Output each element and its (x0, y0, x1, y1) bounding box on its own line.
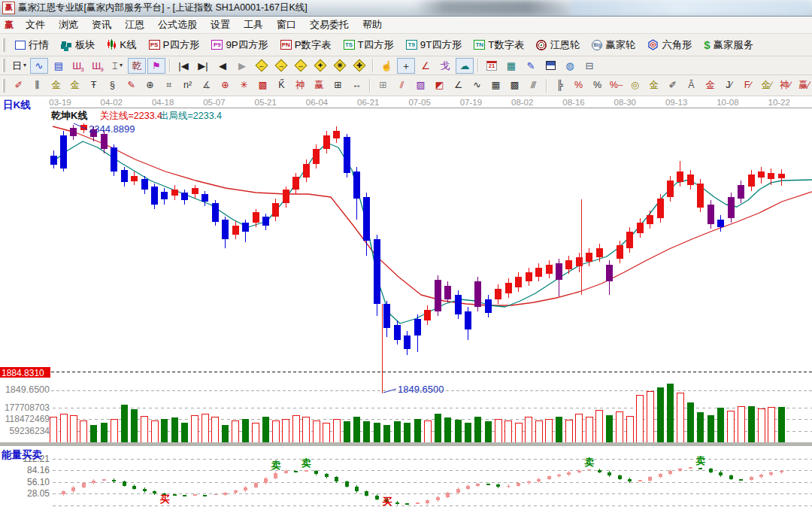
three-bar-cycle-button[interactable]: Ш3 (69, 58, 87, 74)
grid-tool-button[interactable]: ▦ (487, 77, 504, 94)
gold-gauge-button[interactable]: 金 (47, 77, 65, 94)
chart-canvas[interactable]: 03-1904-0204-1805-0705-2106-0406-2107-05… (0, 96, 812, 510)
zoom-all-button[interactable]: ✚ (350, 58, 368, 74)
info-panel-button[interactable]: ▤ (50, 58, 68, 74)
dense-grid-button[interactable]: ▩ (506, 77, 523, 94)
gann-box-button[interactable]: ▩ (254, 77, 271, 94)
shen-tool-button[interactable]: 神 (292, 77, 309, 94)
star-grid-button[interactable]: ✳ (235, 77, 253, 94)
menu-item-file[interactable]: 文件 (19, 17, 52, 33)
crosshair-tool-button[interactable]: ＋ (397, 58, 415, 74)
gold-circle-button[interactable]: ◎ (626, 77, 644, 94)
zoom-horizontal-button[interactable]: ↔ (292, 58, 310, 74)
percent-strike-button[interactable]: % (570, 77, 587, 94)
f-gauge-button[interactable]: Ŧ (85, 77, 102, 94)
toolbar-grip[interactable] (2, 38, 5, 52)
diagonal-box-button[interactable]: ▨ (412, 77, 429, 94)
step-forward-button[interactable]: ▶ (233, 58, 251, 74)
menu-item-trade-order[interactable]: 交易委托 (303, 17, 356, 33)
period-day-selector-button[interactable]: 日▾ (10, 58, 29, 74)
winner-wheel-button[interactable]: Big赢家轮 (586, 36, 641, 54)
ruler-123-button[interactable]: ⊞ (329, 77, 347, 94)
menu-item-formula-stock-picking[interactable]: 公式选股 (151, 17, 204, 33)
menu-item-browse[interactable]: 浏览 (52, 17, 85, 33)
scale-tool-button[interactable]: ╠ (551, 77, 568, 94)
pencil-ruler-button[interactable]: ✎ (123, 77, 140, 94)
seal-tool-button[interactable]: 戈 (436, 58, 454, 74)
pan-hand-tool-button[interactable]: ☝ (377, 58, 395, 74)
winner-service-button[interactable]: $赢家服务 (698, 36, 759, 54)
step-back-button[interactable]: ◀ (214, 58, 232, 74)
kline-button[interactable]: K线 (102, 36, 141, 54)
menu-item-tools[interactable]: 工具 (237, 17, 270, 33)
market-quotes-button[interactable]: 行情 (10, 36, 54, 54)
9t-square-button[interactable]: T99T四方形 (401, 36, 468, 54)
expand-view-button[interactable]: ✳ (331, 58, 349, 74)
gann-wheel-button[interactable]: 江恩轮 (531, 36, 585, 54)
ying-tool-button[interactable]: 赢 (311, 77, 328, 94)
toolbar-grip-3[interactable] (2, 79, 5, 93)
print-button[interactable]: ⊟ (580, 58, 598, 74)
percent-line-button[interactable]: %⎯ (607, 77, 625, 94)
fan-lines-button[interactable]: ⫽ (393, 77, 411, 94)
hatch-tool-button[interactable]: ⫻ (525, 77, 542, 94)
trend-angle-button[interactable]: ∠ (450, 77, 467, 94)
calendar-button[interactable]: 21 (483, 58, 501, 74)
shen-angle-button[interactable]: 神∕ (777, 77, 794, 94)
main-chart-style-button[interactable]: ∿ (30, 58, 48, 74)
wave-tool-button[interactable]: ∿ (468, 77, 486, 94)
panel-splitter[interactable] (0, 442, 812, 446)
gann-circle-button[interactable]: ⊕ (141, 77, 159, 94)
gold-line-button[interactable]: 金 (645, 77, 662, 94)
web-link-button[interactable]: ◍ (561, 58, 579, 74)
gann-ruler-button[interactable]: ⫼ (29, 77, 46, 94)
k-notation-button[interactable]: K̋ (273, 77, 290, 94)
ying-angle-button[interactable]: 赢∕ (795, 77, 812, 94)
tick-ruler-button[interactable]: ⌗ (160, 77, 177, 94)
qiankun-kline-toggle-button[interactable]: 乾 (128, 58, 146, 74)
signal-flag-toggle-button[interactable]: ⚑ (147, 58, 165, 74)
f-angle-button[interactable]: F∕ (739, 77, 756, 94)
cloud-analysis-tool-button[interactable]: ☁ (456, 58, 474, 74)
candle-type-selector-button[interactable]: ⌶▾ (108, 58, 126, 74)
spiral-tool-button[interactable]: § (104, 77, 121, 94)
menu-item-settings[interactable]: 设置 (204, 17, 237, 33)
gold-angle-button[interactable]: 金∕ (758, 77, 775, 94)
pan-right-button[interactable]: → (272, 58, 290, 74)
p-square-button[interactable]: PSP四方形 (144, 36, 205, 54)
n-square-button[interactable]: n² (179, 77, 196, 94)
9p-square-button[interactable]: P99P四方形 (206, 36, 273, 54)
menu-item-news[interactable]: 资讯 (85, 17, 118, 33)
pan-left-button[interactable]: ← (253, 58, 271, 74)
t-number-table-button[interactable]: TNT数字表 (468, 36, 529, 54)
date-tick: 07-05 (408, 98, 430, 107)
menu-item-window[interactable]: 窗口 (270, 17, 303, 33)
menu-item-help[interactable]: 帮助 (356, 17, 389, 33)
t-square-button[interactable]: TST四方形 (338, 36, 399, 54)
menu-item-gann[interactable]: 江恩 (118, 17, 151, 33)
goto-last-button[interactable]: ▶| (194, 58, 212, 74)
angle-measure-tool-button[interactable]: ∠ (417, 58, 435, 74)
circle-cross-button[interactable]: ⊕ (217, 77, 234, 94)
save-button[interactable] (541, 58, 559, 74)
hexagon-button[interactable]: 六角形 (642, 36, 697, 54)
sectors-button[interactable]: 板块 (56, 36, 101, 54)
a-wave-button[interactable]: Ã (683, 77, 700, 94)
gold-gauge-2-button[interactable]: 金 (66, 77, 83, 94)
frame-tool-button[interactable]: ⊞ (374, 77, 392, 94)
pen-tool-button[interactable]: ✐ (10, 77, 27, 94)
goto-first-button[interactable]: |◀ (174, 58, 192, 74)
ray-box-button[interactable]: ◩ (431, 77, 448, 94)
nine-bar-cycle-button[interactable]: Ш9 (89, 58, 107, 74)
memo-button[interactable]: ✎ (522, 58, 540, 74)
angle-fan-button[interactable]: ∡ (198, 77, 215, 94)
compress-view-button[interactable]: ✦ (311, 58, 329, 74)
toolbar-grip-2[interactable] (2, 59, 5, 72)
ink-pen-button[interactable]: ✐ (664, 77, 681, 94)
gold-red-button[interactable]: 金 (701, 77, 719, 94)
j-angle-button[interactable]: J∕ (720, 77, 738, 94)
calculator-button[interactable]: ▦ (502, 58, 520, 74)
percent-tool-button[interactable]: % (589, 77, 606, 94)
p-number-table-button[interactable]: PNP数字表 (275, 36, 337, 54)
width-measure-button[interactable]: ↔ (348, 77, 365, 94)
